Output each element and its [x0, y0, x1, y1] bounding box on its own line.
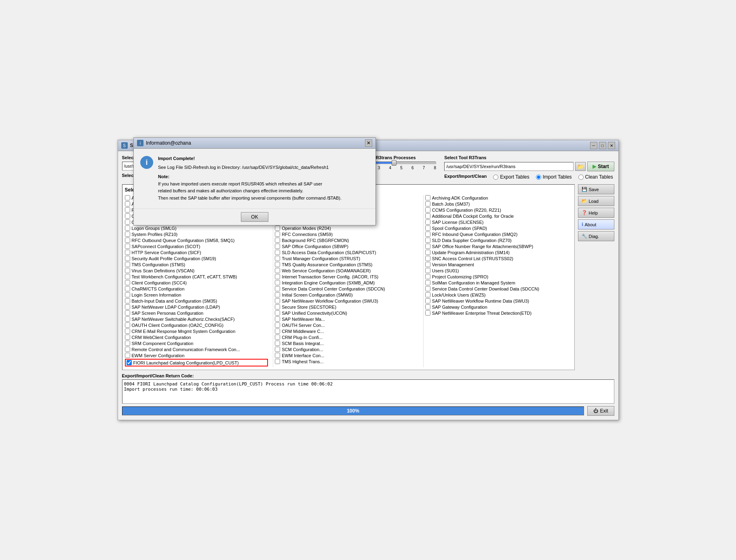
checkbox-ccms-cfg[interactable]	[425, 207, 430, 213]
list-item: Client Configuration (SCC4)	[125, 280, 268, 285]
checkbox-snc[interactable]	[425, 256, 430, 261]
checkbox-logon-grp[interactable]	[125, 225, 130, 231]
exit-button[interactable]: ⏻ Exit	[587, 406, 614, 416]
ok-button[interactable]: OK	[241, 212, 268, 222]
checkbox-ewm[interactable]	[125, 353, 130, 358]
checkbox-spool[interactable]	[425, 225, 430, 231]
checkbox-nw-ma[interactable]	[275, 316, 280, 322]
list-item: Test Workbench Configuration (CATT, eCAT…	[125, 274, 268, 279]
load-button[interactable]: 📂 Load	[578, 196, 614, 206]
start-button[interactable]: ▶ Start	[587, 162, 614, 171]
checkbox-crm-email[interactable]	[125, 328, 130, 334]
checkbox-fiori[interactable]	[127, 360, 132, 365]
save-icon: 💾	[582, 187, 587, 192]
checkbox-ewm-int[interactable]	[275, 353, 280, 358]
load-label: Load	[589, 199, 599, 204]
checkbox-arch-adk[interactable]	[425, 195, 430, 200]
checkbox-sacf[interactable]	[125, 316, 130, 322]
checkbox-lock-users[interactable]	[425, 292, 430, 297]
checkbox-op-modes[interactable]	[275, 225, 280, 231]
checkbox-etd[interactable]	[425, 310, 430, 316]
checkbox-crm-web[interactable]	[125, 335, 130, 340]
checkbox-report-var[interactable]	[125, 207, 130, 213]
checkbox-login-scr[interactable]	[125, 292, 130, 297]
checkbox-scm-cfg[interactable]	[275, 347, 280, 352]
checkbox-wf-runtime[interactable]	[425, 298, 430, 303]
checkbox-sdccn[interactable]	[275, 286, 280, 291]
checkbox-sap-gw[interactable]	[425, 304, 430, 309]
tool-browse-button[interactable]: 📁	[575, 162, 586, 171]
checkbox-rfc-conn[interactable]	[275, 232, 280, 237]
checkbox-sap-lic[interactable]	[425, 219, 430, 225]
checkbox-http-svc[interactable]	[125, 250, 130, 255]
import-tables-label: Import Tables	[543, 174, 572, 180]
checkbox-proj-cust[interactable]	[425, 274, 430, 279]
progress-bar: 100%	[122, 406, 584, 415]
checkbox-scm-basis[interactable]	[275, 341, 280, 346]
checkbox-remote[interactable]	[125, 347, 130, 352]
list-item: Project Customizing (SPRO)	[425, 274, 569, 279]
checkbox-rfc-out[interactable]	[125, 238, 130, 243]
checkbox-sec-audit[interactable]	[125, 256, 130, 261]
checkbox-test-wb[interactable]	[125, 274, 130, 279]
checkbox-ucon[interactable]	[275, 310, 280, 316]
checkbox-sapconn[interactable]	[125, 244, 130, 249]
checkbox-tms-qa[interactable]	[275, 262, 280, 267]
checkbox-oauth-srv[interactable]	[275, 322, 280, 328]
checkbox-int-engine[interactable]	[275, 280, 280, 285]
checkbox-crm-plugin[interactable]	[275, 335, 280, 340]
checkbox-tms[interactable]	[125, 262, 130, 267]
checkbox-nw-wf[interactable]	[275, 298, 280, 303]
checkbox-sec-store[interactable]	[275, 304, 280, 309]
checkbox-version[interactable]	[425, 262, 430, 267]
checkbox-tms-high[interactable]	[275, 359, 280, 364]
checkbox-web-svc[interactable]	[275, 268, 280, 273]
list-item: Operation Modes (RZ04)	[275, 225, 418, 231]
import-tables-radio[interactable]	[536, 175, 541, 180]
checkbox-users[interactable]	[425, 268, 430, 273]
checkbox-add-dba[interactable]	[425, 213, 430, 219]
slider-thumb[interactable]	[392, 160, 396, 166]
checkbox-solman[interactable]	[425, 280, 430, 285]
checkbox-sys-prof[interactable]	[125, 232, 130, 237]
diag-button[interactable]: 🔧 Diag.	[578, 231, 614, 241]
tool-path-input[interactable]	[444, 162, 574, 171]
checkbox-init-scr[interactable]	[275, 292, 280, 297]
about-button[interactable]: ℹ About	[578, 219, 614, 229]
checkbox-batch-in[interactable]	[125, 298, 130, 303]
export-tables-radio[interactable]	[493, 175, 498, 180]
checkbox-upd-prog[interactable]	[425, 250, 430, 255]
checkbox-vscan[interactable]	[125, 268, 130, 273]
maximize-button[interactable]: □	[599, 142, 606, 149]
checkbox-crm-mw[interactable]	[275, 328, 280, 334]
checkbox-ccms-hist[interactable]	[125, 213, 130, 219]
checkbox-batch-jobs[interactable]	[425, 201, 430, 206]
checkbox-sld-access[interactable]	[275, 250, 280, 255]
checkbox-its[interactable]	[275, 274, 280, 279]
modal-heading: Import Complete!	[158, 155, 369, 162]
checkbox-personas[interactable]	[125, 310, 130, 316]
checkbox-oauth[interactable]	[125, 322, 130, 328]
checkbox-bg-rfc[interactable]	[275, 238, 280, 243]
tool-path-row: 📁 ▶ Start	[444, 162, 614, 171]
checkbox-client-cfg[interactable]	[125, 280, 130, 285]
close-button[interactable]: ✕	[608, 142, 615, 149]
checkbox-sap-office-nr[interactable]	[425, 244, 430, 249]
checkbox-ale-config[interactable]	[125, 195, 130, 200]
checkbox-sdccn-dl[interactable]	[425, 286, 430, 291]
minimize-button[interactable]: ─	[590, 142, 597, 149]
checkbox-trust[interactable]	[275, 256, 280, 261]
list-item: Trust Manager Configuration (STRUST)	[275, 256, 418, 261]
checkbox-rfc-in[interactable]	[425, 232, 430, 237]
checkbox-arch-custom[interactable]	[125, 201, 130, 206]
modal-close-button[interactable]: ✕	[365, 139, 372, 147]
save-button[interactable]: 💾 Save	[578, 184, 614, 194]
checkbox-sld-data[interactable]	[425, 238, 430, 243]
checkbox-sap-office[interactable]	[275, 244, 280, 249]
checkbox-srm[interactable]	[125, 341, 130, 346]
help-button[interactable]: ❓ Help	[578, 208, 614, 218]
checkbox-ldap[interactable]	[125, 304, 130, 309]
clean-tables-radio[interactable]	[578, 175, 584, 180]
checkbox-os-cmd[interactable]	[125, 219, 130, 225]
checkbox-charm[interactable]	[125, 286, 130, 291]
